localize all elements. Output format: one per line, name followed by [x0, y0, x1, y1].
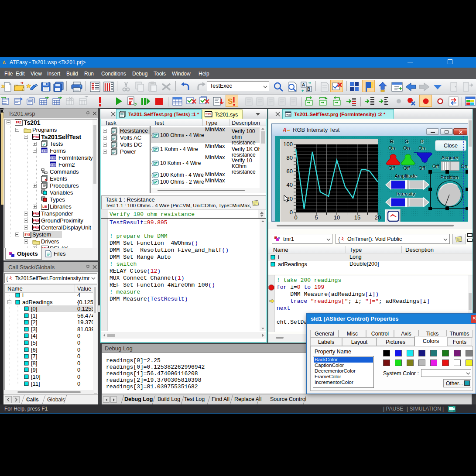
svg-text:{: { [151, 161, 153, 166]
svg-text:{: { [151, 147, 153, 152]
svg-text:S: S [228, 97, 233, 106]
svg-text:B: B [307, 87, 310, 92]
svg-text:{: { [151, 180, 153, 185]
svg-text:{: { [6, 275, 8, 282]
svg-text:{: { [151, 173, 153, 178]
svg-text:A: A [283, 127, 287, 133]
svg-text:{: { [338, 236, 340, 243]
svg-text:A: A [3, 60, 6, 65]
svg-text:{: { [151, 133, 153, 138]
svg-text:A: A [302, 82, 305, 87]
